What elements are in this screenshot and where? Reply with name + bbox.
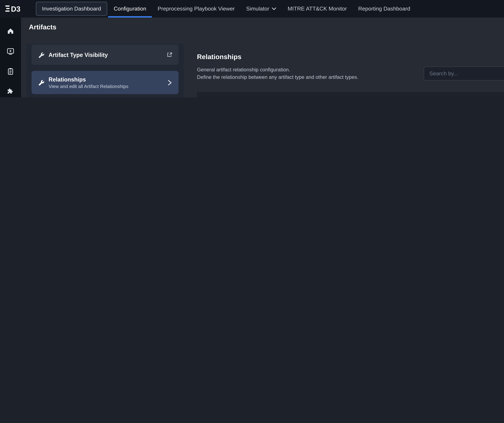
- external-link-icon: [166, 52, 173, 58]
- tab-reporting-dashboard[interactable]: Reporting Dashboard: [353, 0, 416, 18]
- clipboard-icon[interactable]: [0, 61, 21, 81]
- left-icon-rail: [0, 18, 21, 97]
- app-root: D3 Investigation Dashboard Configuration…: [0, 0, 504, 97]
- tab-configuration[interactable]: Configuration: [108, 0, 152, 18]
- tab-investigation-dashboard[interactable]: Investigation Dashboard: [36, 2, 107, 16]
- relationships-search-input[interactable]: [424, 66, 504, 81]
- relationships-card[interactable]: Relationships View and edit all Artifact…: [31, 71, 179, 94]
- tab-label: Preprocessing Playbook Viewer: [158, 6, 235, 12]
- top-navigation-bar: D3 Investigation Dashboard Configuration…: [0, 0, 504, 18]
- table-header: Relationship Type Name Artifact 1 Artifa…: [197, 92, 504, 97]
- tab-label: Reporting Dashboard: [358, 6, 410, 12]
- home-icon[interactable]: [0, 21, 21, 41]
- artifacts-sidebar: Artifact Type Visibility Relationships V…: [26, 44, 184, 97]
- column-artifact-1: Artifact 1: [333, 92, 355, 97]
- wrench-icon: [38, 79, 44, 86]
- tab-label: Investigation Dashboard: [42, 6, 101, 12]
- chevron-down-icon: [272, 7, 276, 11]
- column-relationship-type-name: Relationship Type Name: [201, 92, 262, 97]
- card-subtitle: View and edit all Artifact Relationships: [48, 84, 128, 89]
- section-description-2: Define the relationship between any arti…: [197, 74, 359, 80]
- content-area: Artifacts Artifact Type Visibility: [21, 18, 504, 97]
- section-title: Relationships: [197, 53, 241, 61]
- card-title: Artifact Type Visibility: [48, 51, 108, 58]
- tab-mitre-attck-monitor[interactable]: MITRE ATT&CK Monitor: [282, 0, 353, 18]
- chevron-right-icon: [167, 79, 173, 86]
- wrench-icon: [38, 51, 44, 58]
- column-artifact-2: Artifact 2: [433, 92, 456, 97]
- playbook-monitor-icon[interactable]: [0, 41, 21, 61]
- main-tabs: Investigation Dashboard Configuration Pr…: [35, 0, 416, 18]
- d3-logo: D3: [5, 4, 26, 14]
- relationships-table: Relationship Type Name Artifact 1 Artifa…: [197, 92, 504, 97]
- puzzle-icon[interactable]: [0, 81, 21, 97]
- section-description-1: General artifact relationship configurat…: [197, 67, 290, 72]
- tab-preprocessing-playbook-viewer[interactable]: Preprocessing Playbook Viewer: [152, 0, 240, 18]
- svg-text:D3: D3: [11, 5, 20, 13]
- tab-simulator[interactable]: Simulator: [240, 0, 282, 18]
- tab-label: MITRE ATT&CK Monitor: [288, 6, 347, 12]
- tab-label: Configuration: [114, 6, 146, 12]
- tab-label: Simulator: [246, 6, 269, 12]
- artifact-type-visibility-card[interactable]: Artifact Type Visibility: [31, 45, 179, 65]
- page-title: Artifacts: [29, 23, 56, 31]
- card-title: Relationships: [48, 76, 128, 83]
